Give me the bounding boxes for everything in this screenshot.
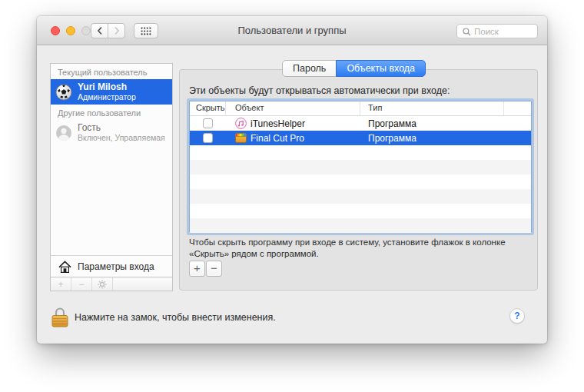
hide-hint-text: Чтобы скрыть программу при входе в систе… xyxy=(189,237,536,260)
navigation-buttons xyxy=(91,23,125,38)
lock-button[interactable] xyxy=(51,306,69,328)
home-icon xyxy=(58,261,71,273)
chevron-right-icon xyxy=(114,26,120,35)
sidebar-spacer xyxy=(51,145,172,255)
tab-password[interactable]: Пароль xyxy=(282,60,337,77)
sidebar-toolbar: + − xyxy=(51,277,172,291)
title-bar: Пользователи и группы Поиск xyxy=(37,16,547,45)
column-header-object: Объект xyxy=(226,101,360,115)
login-items-heading: Эти объекты будут открываться автоматиче… xyxy=(189,85,450,96)
empty-table-row xyxy=(190,160,531,174)
current-user-name: Yuri Milosh xyxy=(78,82,136,92)
login-items-edit-buttons: + − xyxy=(189,261,222,277)
search-icon xyxy=(463,28,471,36)
empty-table-row xyxy=(190,145,531,160)
minimize-window-button[interactable] xyxy=(66,26,75,35)
final-cut-pro-icon xyxy=(235,132,247,144)
close-window-button[interactable] xyxy=(51,26,60,35)
empty-table-row xyxy=(190,189,531,204)
add-login-item-button[interactable]: + xyxy=(189,261,205,277)
help-button[interactable]: ? xyxy=(509,308,525,324)
zoom-window-button-disabled xyxy=(81,26,91,35)
hide-checkbox-ituneshelper[interactable] xyxy=(203,118,213,128)
add-user-button-disabled[interactable]: + xyxy=(51,277,71,291)
show-all-preferences-button[interactable] xyxy=(134,23,158,38)
content-area: Текущий пользователь xyxy=(37,45,547,344)
login-options-label: Параметры входа xyxy=(78,261,154,272)
forward-button-disabled xyxy=(108,23,125,38)
empty-table-row xyxy=(190,204,531,218)
empty-table-row xyxy=(190,218,531,233)
grid-icon xyxy=(141,27,151,35)
login-items-table[interactable]: Скрыть Объект Тип iTunesHelper Программа xyxy=(189,101,532,233)
remove-login-item-button[interactable]: − xyxy=(206,261,222,277)
sidebar-item-guest-user[interactable]: Гость Включен, Управляемая xyxy=(51,120,172,145)
toolbar-filler xyxy=(113,277,172,291)
guest-user-status: Включен, Управляемая xyxy=(78,133,165,143)
remove-user-button-disabled[interactable]: − xyxy=(71,277,92,291)
gear-icon xyxy=(98,280,107,289)
user-actions-button-disabled[interactable] xyxy=(92,277,113,291)
table-header-row: Скрыть Объект Тип xyxy=(190,101,531,116)
tab-login-items[interactable]: Объекты входа xyxy=(336,60,426,77)
login-item-name: iTunesHelper xyxy=(251,118,305,129)
search-field[interactable]: Поиск xyxy=(456,24,538,38)
window-controls xyxy=(51,26,91,35)
table-row-final-cut-pro[interactable]: Final Cut Pro Программа xyxy=(190,131,531,145)
table-row-ituneshelper[interactable]: iTunesHelper Программа xyxy=(190,116,531,131)
back-button[interactable] xyxy=(91,23,108,38)
sidebar-item-current-user[interactable]: Yuri Milosh Администратор xyxy=(51,79,172,105)
lock-hint-text: Нажмите на замок, чтобы внести изменения… xyxy=(75,312,276,323)
guest-user-name: Гость xyxy=(78,123,165,133)
login-item-name: Final Cut Pro xyxy=(251,133,304,144)
current-user-role: Администратор xyxy=(78,92,136,102)
itunes-icon xyxy=(235,118,247,129)
login-item-type: Программа xyxy=(360,133,504,144)
hide-checkbox-final-cut-pro[interactable] xyxy=(203,133,213,143)
current-user-header: Текущий пользователь xyxy=(51,64,172,79)
tab-bar: Пароль Объекты входа xyxy=(282,60,426,77)
other-users-header: Другие пользователи xyxy=(51,105,172,120)
column-header-extra xyxy=(504,101,531,115)
users-groups-window: Пользователи и группы Поиск Текущий поль… xyxy=(37,16,547,344)
users-sidebar: Текущий пользователь xyxy=(50,63,173,291)
guest-avatar xyxy=(55,125,72,141)
soccer-ball-avatar xyxy=(55,84,72,101)
lock-icon xyxy=(51,306,69,328)
login-item-type: Программа xyxy=(360,118,504,129)
empty-table-row xyxy=(190,174,531,189)
search-placeholder: Поиск xyxy=(474,27,499,36)
column-header-hide: Скрыть xyxy=(190,101,226,115)
column-header-type: Тип xyxy=(360,101,504,115)
sidebar-item-login-options[interactable]: Параметры входа xyxy=(51,255,172,277)
chevron-left-icon xyxy=(97,26,103,35)
